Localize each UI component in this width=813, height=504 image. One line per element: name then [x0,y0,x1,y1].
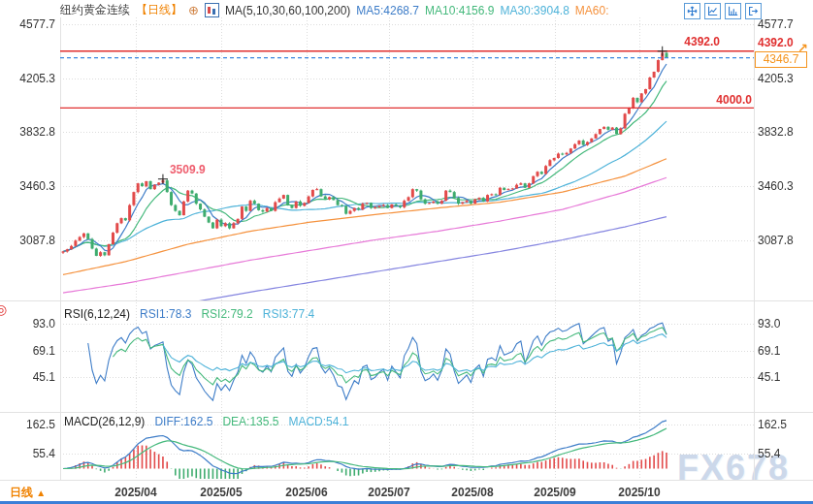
macd-value: MACD:54.1 [288,415,348,428]
rsi1-value: RSI1:78.3 [140,307,191,321]
period-arrow-icon: ▲ [36,488,46,498]
export-icon[interactable] [745,3,762,19]
axis-tick-label: 3087.8 [0,234,55,247]
crosshair-target-icon[interactable]: ◎ [0,301,7,317]
chart-header: 纽约黄金连续 【日线】 ⊕ MA(5,10,30,60,100,200) MA5… [60,2,609,18]
axis-tick-label: 162.5 [758,418,787,431]
move-icon[interactable] [684,3,700,19]
macd-name: MACD(26,12,9) [64,415,145,428]
dea-value: DEA:135.5 [222,415,278,428]
axis-tick-label: 3460.3 [0,179,55,193]
candlestick-chart-icon[interactable] [205,3,219,17]
axis-tick-label: 3832.8 [758,125,794,139]
add-indicator-icon[interactable]: ⊕ [188,4,199,16]
date-tick-label: 2025/05 [200,486,242,499]
axis-tick-label: 45.1 [758,370,780,384]
axis-tick-label: 3832.8 [0,125,55,139]
chart-app-window: FX678 纽约黄金连续 【日线】 ⊕ MA(5,10,30,60,100,20… [0,0,813,504]
date-tick-label: 2025/06 [285,486,327,499]
rsi2-value: RSI2:79.2 [201,307,252,321]
date-tick-label: 2025/07 [368,486,409,499]
axis-tick-label: 3087.8 [758,234,794,247]
axis-tick-label: 55.4 [0,447,55,460]
period-tag[interactable]: 【日线】 [136,2,182,18]
axis-tick-label: 55.4 [758,447,780,460]
rsi-panel-header: RSI(6,12,24) RSI1:78.3 RSI2:79.2 RSI3:77… [64,307,314,321]
ma30-value: MA30:3904.8 [500,4,569,17]
axis-line-chart-icon[interactable] [704,3,721,19]
ma60-value: MA60: [575,4,609,17]
period-label: 日线 [10,486,33,499]
high-line-axis-label: 4392.0 [758,36,794,49]
period-selector[interactable]: 日线 ▲ [10,485,46,501]
axis-tick-label: 93.0 [758,317,780,331]
date-tick-label: 2025/04 [114,486,156,499]
macd-panel-header: MACD(26,12,9) DIFF:162.5 DEA:135.5 MACD:… [64,415,348,428]
date-tick-label: 2025/09 [534,486,575,499]
axis-tick-label: 4577.7 [758,17,794,31]
ma-settings-label: MA(5,10,30,60,100,200) [225,4,350,17]
axis-tick-label: 3460.3 [758,179,794,193]
chart-canvas[interactable] [0,0,813,504]
rsi3-value: RSI3:77.4 [263,307,314,321]
axis-tick-label: 93.0 [0,317,55,331]
axis-tick-label: 4577.7 [0,17,55,31]
ma10-value: MA10:4156.9 [425,4,494,17]
date-tick-label: 2025/08 [451,486,493,499]
chart-toolbar [684,3,762,19]
axis-tick-label: 69.1 [758,344,780,358]
diff-value: DIFF:162.5 [154,415,212,428]
axis-bar-chart-icon[interactable] [725,3,741,19]
ma5-value: MA5:4268.7 [356,4,419,17]
symbol-title: 纽约黄金连续 [60,2,130,18]
trend-arrow-icon: ↗ [797,41,808,55]
date-tick-label: 2025/10 [618,486,660,499]
april-peak-annotation: 3509.9 [170,163,206,176]
high-line-label: 4392.0 [666,35,720,48]
axis-tick-label: 69.1 [0,344,55,358]
axis-tick-label: 162.5 [0,418,55,431]
axis-tick-label: 4205.3 [0,72,55,85]
round-level-label: 4000.0 [682,93,752,107]
axis-tick-label: 45.1 [0,370,55,384]
rsi-name: RSI(6,12,24) [64,307,130,321]
axis-tick-label: 4205.3 [758,72,794,85]
